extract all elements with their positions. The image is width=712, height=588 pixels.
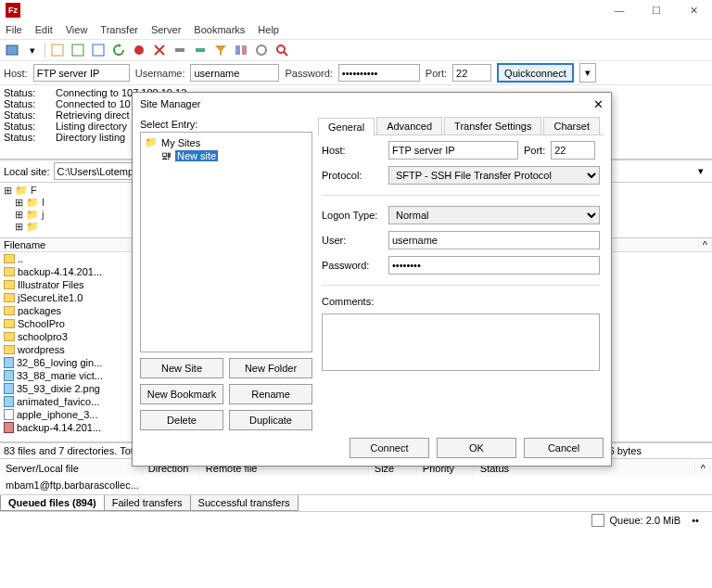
remote-path-dropdown[interactable]: ▾ xyxy=(693,165,708,177)
quickconnect-button[interactable]: Quickconnect xyxy=(497,63,574,83)
folder-icon xyxy=(4,306,15,315)
rar-icon xyxy=(4,422,14,433)
dlg-rename-button[interactable]: Rename xyxy=(229,384,312,404)
svg-point-10 xyxy=(277,45,285,53)
tab-queued-files[interactable]: Queued files (894) xyxy=(0,495,105,511)
toolbar: ▾ xyxy=(0,39,712,61)
username-input[interactable] xyxy=(190,64,279,82)
svg-point-4 xyxy=(134,45,144,55)
img-icon xyxy=(4,357,14,368)
dlg-cancel-button[interactable]: Cancel xyxy=(524,438,604,458)
toggle-queue-icon[interactable] xyxy=(90,42,107,58)
folder-icon xyxy=(4,293,15,302)
folder-icon xyxy=(4,319,15,328)
sync-icon[interactable] xyxy=(253,42,270,58)
dlg-new-bookmark-button[interactable]: New Bookmark xyxy=(140,384,223,404)
tab-failed-transfers[interactable]: Failed transfers xyxy=(104,495,191,511)
menu-view[interactable]: View xyxy=(66,24,88,35)
filter-icon[interactable] xyxy=(212,42,229,58)
toggle-tree-icon[interactable] xyxy=(70,42,86,58)
queue-tabs: Queued files (894) Failed transfers Succ… xyxy=(0,494,712,511)
tab-successful-transfers[interactable]: Successful transfers xyxy=(190,495,299,511)
col-server-file[interactable]: Server/Local file xyxy=(2,461,143,476)
folder-icon xyxy=(4,280,15,289)
folder-icon: 📁 xyxy=(145,136,158,148)
disconnect-icon[interactable] xyxy=(172,42,188,58)
img-icon xyxy=(4,370,14,381)
menu-edit[interactable]: Edit xyxy=(35,24,53,35)
tab-transfer-settings[interactable]: Transfer Settings xyxy=(444,117,541,134)
folder-icon xyxy=(4,267,15,276)
port-input[interactable] xyxy=(452,64,491,82)
compare-icon[interactable] xyxy=(233,42,249,58)
dlg-user-input[interactable] xyxy=(388,231,600,249)
reconnect-icon[interactable] xyxy=(192,42,209,58)
dlg-new-folder-button[interactable]: New Folder xyxy=(229,358,312,378)
tab-charset[interactable]: Charset xyxy=(543,117,600,134)
svg-line-11 xyxy=(284,52,287,56)
dlg-host-label: Host: xyxy=(322,145,383,156)
dlg-logon-label: Logon Type: xyxy=(322,210,383,221)
menu-file[interactable]: File xyxy=(6,24,22,35)
svg-rect-2 xyxy=(72,45,83,56)
host-input[interactable] xyxy=(33,64,130,82)
folder-icon xyxy=(4,345,15,354)
select-entry-label: Select Entry: xyxy=(140,117,312,132)
menu-server[interactable]: Server xyxy=(151,24,181,35)
dlg-protocol-select[interactable]: SFTP - SSH File Transfer Protocol xyxy=(388,166,600,185)
dlg-duplicate-button[interactable]: Duplicate xyxy=(229,410,312,430)
dlg-comments-label: Comments: xyxy=(322,296,374,307)
process-queue-icon[interactable] xyxy=(131,42,147,58)
folder-icon xyxy=(4,332,15,341)
queue-server-entry[interactable]: mbam1@ftp.barbarascollec... xyxy=(2,478,143,492)
dlg-password-input[interactable] xyxy=(388,256,600,275)
menu-help[interactable]: Help xyxy=(258,24,279,35)
password-input[interactable] xyxy=(338,64,420,82)
dlg-new-site-button[interactable]: New Site xyxy=(140,358,223,378)
dlg-port-label: Port: xyxy=(524,145,545,156)
dialog-close-button[interactable]: ✕ xyxy=(593,97,604,111)
dlg-password-label: Password: xyxy=(322,260,383,271)
local-site-label: Local site: xyxy=(4,166,50,177)
menu-bookmarks[interactable]: Bookmarks xyxy=(194,24,245,35)
quickconnect-bar: Host: Username: Password: Port: Quickcon… xyxy=(0,61,712,85)
refresh-icon[interactable] xyxy=(110,42,127,58)
dlg-host-input[interactable] xyxy=(388,141,518,160)
close-button[interactable]: ✕ xyxy=(675,0,712,20)
new-site-node[interactable]: New site xyxy=(175,150,218,161)
site-manager-dialog: Site Manager ✕ Select Entry: 📁My Sites 🖳… xyxy=(132,92,612,467)
search-icon[interactable] xyxy=(273,42,290,58)
queue-size-label: Queue: 2.0 MiB xyxy=(610,515,680,526)
toggle-log-icon[interactable] xyxy=(49,42,66,58)
dlg-logon-select[interactable]: Normal xyxy=(388,206,600,224)
menu-transfer[interactable]: Transfer xyxy=(100,24,138,35)
minimize-button[interactable]: — xyxy=(601,0,638,20)
svg-rect-3 xyxy=(93,45,104,56)
svg-rect-8 xyxy=(242,45,247,55)
host-label: Host: xyxy=(4,68,28,79)
maximize-button[interactable]: ☐ xyxy=(638,0,675,20)
cancel-icon[interactable] xyxy=(151,42,168,58)
tab-advanced[interactable]: Advanced xyxy=(376,117,442,134)
tab-general[interactable]: General xyxy=(318,118,375,135)
img-icon xyxy=(4,396,14,407)
site-manager-icon[interactable] xyxy=(4,42,20,58)
file-icon xyxy=(4,409,14,420)
dlg-comments-box[interactable] xyxy=(322,313,600,371)
password-label: Password: xyxy=(285,68,332,79)
dialog-title-text: Site Manager xyxy=(140,98,200,109)
dlg-protocol-label: Protocol: xyxy=(322,170,383,181)
dlg-port-input[interactable] xyxy=(551,141,595,160)
quickconnect-history-dropdown[interactable]: ▾ xyxy=(579,63,596,83)
dlg-connect-button[interactable]: Connect xyxy=(350,438,429,458)
window-titlebar: Fz — ☐ ✕ xyxy=(0,0,712,20)
dropdown-icon[interactable]: ▾ xyxy=(24,42,41,58)
img-icon xyxy=(4,383,14,394)
dlg-delete-button[interactable]: Delete xyxy=(140,410,223,430)
dlg-ok-button[interactable]: OK xyxy=(437,438,516,458)
my-sites-node[interactable]: My Sites xyxy=(161,137,200,148)
app-logo: Fz xyxy=(6,3,20,18)
statusbar: Queue: 2.0 MiB •• xyxy=(0,511,712,529)
site-tree[interactable]: 📁My Sites 🖳New site xyxy=(140,132,312,352)
folder-icon xyxy=(4,254,15,263)
